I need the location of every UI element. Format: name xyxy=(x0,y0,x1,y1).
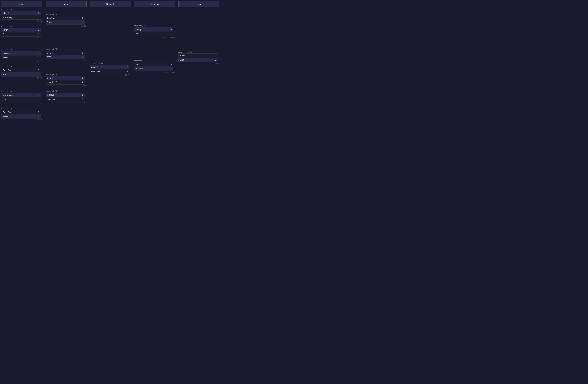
table-row: SeatIoN 2 xyxy=(46,76,85,80)
player-score: 1 xyxy=(213,55,216,57)
round-3-column: Round 3 August 05, 2021 SeatIoN 2 GlootO… xyxy=(90,1,131,123)
match-lb-semifinal: August 05, 2021 BTC 1 SeatIoN 2 LB Semi … xyxy=(134,60,175,73)
match-box: SeatIoN 2 GlootOne 0 xyxy=(90,65,129,74)
match-box: BTC 1 SeatIoN 2 xyxy=(134,62,173,71)
table-row: OmarDev 0 xyxy=(1,68,41,72)
player-score: 0 xyxy=(36,16,39,19)
match-lb-3-1: August 05, 2021 SeatIoN 2 GlootOne 0 LB … xyxy=(90,62,131,76)
match-id: LB 3.1 xyxy=(90,74,131,76)
player-name: GlootOne xyxy=(91,70,125,73)
match-lb-1-2: August 05, 2021 OmarDev 0 jackieboi 2 LB… xyxy=(1,107,42,121)
player-name: Towby xyxy=(136,28,169,31)
player-name: BTC xyxy=(136,63,169,66)
table-row: SeatIoN 2 xyxy=(90,65,129,69)
final-column: Final August 05, 2021 Towby 1 SeatIoN 2 … xyxy=(178,1,219,123)
player-name: SeatIoN xyxy=(47,77,81,79)
match-box: Towby 2 Alex 1 xyxy=(1,28,41,37)
match-date: August 05, 2021 xyxy=(1,49,42,51)
player-score: 2 xyxy=(81,94,84,96)
match-date: August 05, 2021 xyxy=(46,90,86,92)
match-box: GlootOne 0 Towby 2 xyxy=(46,16,85,25)
table-row: spacefudg3 2 xyxy=(1,93,41,97)
match-date: August 05, 2021 xyxy=(178,51,219,53)
match-ub-1-1: August 05, 2021 GlootOne 2 spacefudg3 0 … xyxy=(1,8,42,22)
round-3-header: Round 3 xyxy=(90,1,131,7)
player-score: 0 xyxy=(36,98,39,101)
player-name: jackieboi xyxy=(3,57,36,59)
player-score: 2 xyxy=(36,73,39,76)
player-score: 2 xyxy=(36,115,39,118)
match-ub-1-2: August 05, 2021 Towby 2 Alex 1 UB 1.2 xyxy=(1,25,42,39)
semifinal-column: Semi-final August 05, 2021 Towby 2 BTC 0… xyxy=(134,1,175,123)
player-name: GlootOne xyxy=(3,12,36,14)
player-name: BTC xyxy=(47,56,81,58)
table-row: GlootOne 2 xyxy=(46,93,85,97)
match-lb-1-1: August 05, 2021 spacefudg3 2 Alex 0 LB 1… xyxy=(1,91,42,104)
match-box: SeatIoN 2 jackieboi 1 xyxy=(1,51,41,60)
player-score: 2 xyxy=(81,21,84,23)
player-name: SeatIoN xyxy=(47,52,81,54)
round-2-header: Round 2 xyxy=(46,1,86,7)
player-score: 0 xyxy=(81,81,84,83)
player-score: 2 xyxy=(36,52,39,55)
player-name: SeatIoN xyxy=(3,52,36,55)
match-box: OmarDev 0 jackieboi 2 xyxy=(1,110,41,119)
match-date: August 05, 2021 xyxy=(134,60,175,62)
match-ub-semifinal: August 05, 2021 Towby 2 BTC 0 UB Semi Fi… xyxy=(134,25,175,38)
final-header: Final xyxy=(178,1,219,7)
round-1-column: Round 1 August 05, 2021 GlootOne 2 space… xyxy=(1,1,42,123)
player-name: OmarDev xyxy=(3,111,36,113)
match-id: UB 1.4 xyxy=(1,77,42,79)
match-date: August 05, 2021 xyxy=(134,25,175,27)
match-lb-2-1: August 05, 2021 SeatIoN 2 spacefudg3 0 L… xyxy=(46,73,86,87)
match-box: GlootOne 2 spacefudg3 0 xyxy=(1,11,41,20)
player-name: jackieboi xyxy=(47,98,81,100)
player-name: SeatIoN xyxy=(180,59,213,61)
bracket-wrapper: Round 1 August 05, 2021 GlootOne 2 space… xyxy=(0,0,588,124)
match-id: LB Semi Final xyxy=(134,71,175,73)
match-id: LB 2.2 xyxy=(46,102,86,104)
table-row: Towby 1 xyxy=(179,54,218,58)
player-score: 2 xyxy=(169,67,172,70)
match-lb-2-2: August 05, 2021 GlootOne 2 jackieboi 1 L… xyxy=(46,90,86,104)
table-row: Towby 2 xyxy=(46,20,85,24)
table-row: GlootOne 0 xyxy=(90,69,129,74)
player-score: 2 xyxy=(36,94,39,96)
match-box: spacefudg3 2 Alex 0 xyxy=(1,93,41,102)
player-name: GlootOne xyxy=(47,94,81,96)
player-score: 0 xyxy=(169,33,172,35)
match-box: SeatIoN 1 BTC 2 xyxy=(46,51,85,59)
match-date: August 05, 2021 xyxy=(46,73,86,75)
table-row: BTC 0 xyxy=(134,32,173,36)
match-ub-2-1: August 05, 2021 GlootOne 0 Towby 2 UB 2.… xyxy=(46,13,86,27)
player-score: 1 xyxy=(169,63,172,66)
table-row: GlootOne 0 xyxy=(46,16,85,20)
player-name: SeatIoN xyxy=(91,66,125,68)
player-score: 2 xyxy=(213,59,216,61)
match-id: UB 1.3 xyxy=(1,60,42,62)
match-id: LB 1.1 xyxy=(1,102,42,104)
player-name: OmarDev xyxy=(3,69,36,71)
match-date: August 05, 2021 xyxy=(1,8,42,10)
table-row: BTC 1 xyxy=(134,62,173,67)
player-score: 2 xyxy=(81,77,84,79)
player-score: 1 xyxy=(81,98,84,100)
table-row: SeatIoN 2 xyxy=(134,67,173,71)
table-row: Towby 2 xyxy=(134,27,173,32)
match-id: UB 2.2 xyxy=(46,60,86,62)
player-score: 2 xyxy=(125,66,128,68)
match-date: August 05, 2021 xyxy=(1,25,42,27)
player-score: 0 xyxy=(36,69,39,71)
match-id: UB 1.1 xyxy=(1,20,42,22)
match-id: LB 1.2 xyxy=(1,119,42,121)
table-row: spacefudg3 0 xyxy=(1,15,41,19)
player-score: 0 xyxy=(36,111,39,113)
player-name: BTC xyxy=(136,33,169,35)
player-score: 1 xyxy=(81,52,84,54)
table-row: OmarDev 0 xyxy=(1,110,41,114)
match-date: August 05, 2021 xyxy=(1,107,42,109)
table-row: Towby 2 xyxy=(1,28,41,32)
match-id: UB 1.2 xyxy=(1,37,42,39)
player-score: 2 xyxy=(36,12,39,14)
player-name: Alex xyxy=(3,33,36,35)
